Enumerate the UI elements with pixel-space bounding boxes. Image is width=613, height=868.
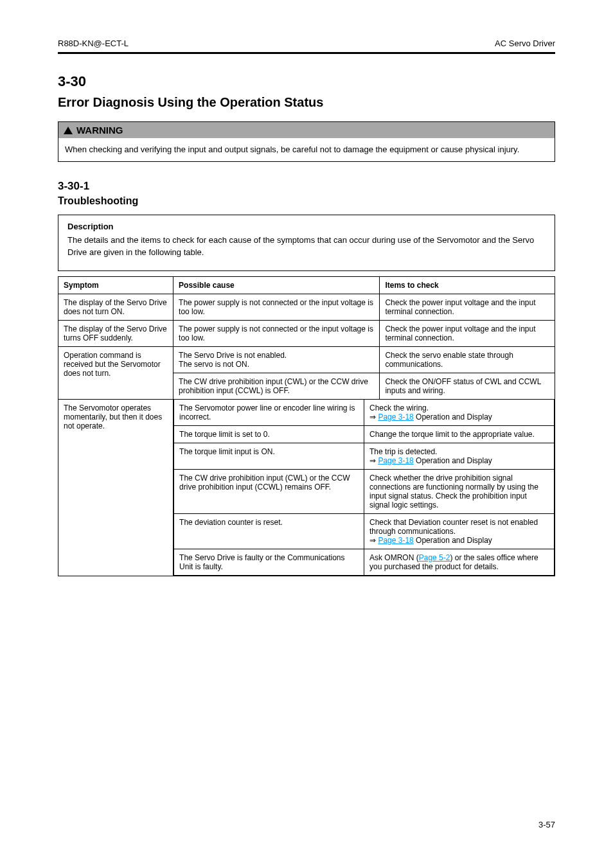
warning-box: WARNING When checking and verifying the … xyxy=(58,121,555,162)
cell-symptom: The Servomotor operates momentarily, but… xyxy=(58,399,173,576)
page-number: 3-57 xyxy=(538,820,555,829)
table-header-row: Symptom Possible cause Items to check xyxy=(58,276,555,294)
cell-cause: The Servo Drive is not enabled. The serv… xyxy=(173,346,380,373)
warning-icon xyxy=(64,127,73,134)
table-row: The Servomotor operates momentarily, but… xyxy=(58,399,555,576)
page-link[interactable]: Page 5-2 xyxy=(419,553,450,562)
table-row: The display of the Servo Drive turns OFF… xyxy=(58,320,555,346)
cell-items: Change the torque limit to the appropria… xyxy=(364,425,555,443)
cell-items: Check the wiring. ⇒ Page 3-18 Operation … xyxy=(364,400,555,426)
cell-cause: The CW drive prohibition input (CWL) or … xyxy=(174,469,364,513)
cell-items: The trip is detected. ⇒ Page 3-18 Operat… xyxy=(364,443,555,469)
cell-items: Check the servo enable state through com… xyxy=(380,346,555,373)
sub-rows: The Servomotor power line or encoder lin… xyxy=(173,400,555,576)
page-link[interactable]: Page 3-18 xyxy=(378,456,413,465)
cell-items: Check the ON/OFF status of CWL and CCWL … xyxy=(380,373,555,399)
page-link[interactable]: Page 3-18 xyxy=(378,412,413,421)
warning-body: When checking and verifying the input an… xyxy=(58,138,555,161)
troubleshooting-table: Symptom Possible cause Items to check Th… xyxy=(58,276,555,576)
sub-row: The deviation counter is reset. Check th… xyxy=(174,513,555,549)
cell-cause: The Servo Drive is faulty or the Communi… xyxy=(174,549,364,575)
col-symptom: Symptom xyxy=(58,276,173,294)
cell-cause: The CW drive prohibition input (CWL) or … xyxy=(173,373,380,399)
items-pre: Ask OMRON ( xyxy=(369,553,419,562)
header-right: AC Servo Driver xyxy=(495,39,555,48)
page-header: R88D-KN@-ECT-L AC Servo Driver xyxy=(58,39,555,48)
cell-cause: The deviation counter is reset. xyxy=(174,513,364,549)
cell-cause: The power supply is not connected or the… xyxy=(173,320,380,346)
section-title: Error Diagnosis Using the Operation Stat… xyxy=(58,95,555,110)
warning-header: WARNING xyxy=(58,122,555,138)
cell-items: Check the power input voltage and the in… xyxy=(380,320,555,346)
arrow-icon: ⇒ xyxy=(369,536,378,545)
subsection-title: Troubleshooting xyxy=(58,195,555,207)
col-cause: Possible cause xyxy=(173,276,380,294)
items-tail: Operation and Display xyxy=(414,412,492,421)
description-label: Description xyxy=(67,222,546,231)
sub-row: The CW drive prohibition input (CWL) or … xyxy=(174,469,555,513)
cell-items: Check the power input voltage and the in… xyxy=(380,294,555,320)
cell-cause: The Servomotor power line or encoder lin… xyxy=(174,400,364,426)
col-items: Items to check xyxy=(380,276,555,294)
cell-symptom: The display of the Servo Drive does not … xyxy=(58,294,173,320)
subsection-number: 3-30-1 xyxy=(58,180,555,193)
cell-items: Check whether the drive prohibition sign… xyxy=(364,469,555,513)
sub-row: The torque limit input is ON. The trip i… xyxy=(174,443,555,469)
items-tail: Operation and Display xyxy=(414,536,492,545)
warning-label: WARNING xyxy=(76,125,123,136)
sub-row: The Servo Drive is faulty or the Communi… xyxy=(174,549,555,575)
items-tail: Operation and Display xyxy=(414,456,492,465)
sub-row: The torque limit is set to 0. Change the… xyxy=(174,425,555,443)
header-rule xyxy=(58,52,555,54)
arrow-icon: ⇒ xyxy=(369,412,378,421)
cell-cause: The torque limit input is ON. xyxy=(174,443,364,469)
items-text: The trip is detected. xyxy=(369,447,437,456)
cell-cause: The torque limit is set to 0. xyxy=(174,425,364,443)
table-row: The display of the Servo Drive does not … xyxy=(58,294,555,320)
items-text: Check that Deviation counter reset is no… xyxy=(369,518,538,536)
sub-row: The Servomotor power line or encoder lin… xyxy=(174,400,555,426)
arrow-icon: ⇒ xyxy=(369,456,378,465)
table-row: Operation command is received but the Se… xyxy=(58,346,555,373)
cell-items: Check that Deviation counter reset is no… xyxy=(364,513,555,549)
cell-items: Ask OMRON (Page 5-2) or the sales office… xyxy=(364,549,555,575)
section-number: 3-30 xyxy=(58,73,555,90)
cell-cause: The power supply is not connected or the… xyxy=(173,294,380,320)
items-text: Check the wiring. xyxy=(369,403,429,412)
header-left: R88D-KN@-ECT-L xyxy=(58,39,129,48)
description-text: The details and the items to check for e… xyxy=(67,234,546,259)
cell-symptom: The display of the Servo Drive turns OFF… xyxy=(58,320,173,346)
cell-symptom: Operation command is received but the Se… xyxy=(58,346,173,399)
description-box: Description The details and the items to… xyxy=(58,215,555,271)
page-link[interactable]: Page 3-18 xyxy=(378,536,413,545)
